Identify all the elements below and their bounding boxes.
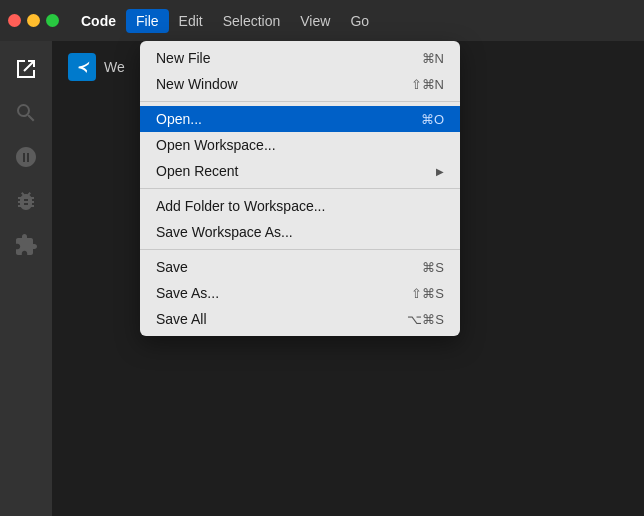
menu-item-new-file[interactable]: New File ⌘N xyxy=(140,45,460,71)
menu-item-open-recent[interactable]: Open Recent ▶ xyxy=(140,158,460,184)
minimize-button[interactable] xyxy=(27,14,40,27)
menu-item-view[interactable]: View xyxy=(290,9,340,33)
menu-item-code[interactable]: Code xyxy=(71,9,126,33)
menu-item-new-window[interactable]: New Window ⇧⌘N xyxy=(140,71,460,97)
sidebar-icon-explorer[interactable] xyxy=(6,49,46,89)
maximize-button[interactable] xyxy=(46,14,59,27)
menu-item-go[interactable]: Go xyxy=(340,9,379,33)
menu-item-save[interactable]: Save ⌘S xyxy=(140,254,460,280)
sidebar-icon-debug[interactable] xyxy=(6,181,46,221)
file-menu-dropdown: New File ⌘N New Window ⇧⌘N Open... ⌘O Op… xyxy=(140,41,460,336)
sidebar-icon-git[interactable] xyxy=(6,137,46,177)
menu-item-selection[interactable]: Selection xyxy=(213,9,291,33)
menu-section-open: Open... ⌘O Open Workspace... Open Recent… xyxy=(140,101,460,188)
sidebar-icon-extensions[interactable] xyxy=(6,225,46,265)
menu-item-save-all[interactable]: Save All ⌥⌘S xyxy=(140,306,460,332)
menu-section-save: Save ⌘S Save As... ⇧⌘S Save All ⌥⌘S xyxy=(140,249,460,336)
close-button[interactable] xyxy=(8,14,21,27)
menu-item-file[interactable]: File xyxy=(126,9,169,33)
menu-item-open[interactable]: Open... ⌘O xyxy=(140,106,460,132)
vscode-logo: ≺ xyxy=(68,53,96,81)
sidebar xyxy=(0,41,52,516)
sidebar-icon-search[interactable] xyxy=(6,93,46,133)
menu-item-add-folder[interactable]: Add Folder to Workspace... xyxy=(140,193,460,219)
menu-item-save-as[interactable]: Save As... ⇧⌘S xyxy=(140,280,460,306)
traffic-lights xyxy=(8,14,59,27)
menu-section-new: New File ⌘N New Window ⇧⌘N xyxy=(140,41,460,101)
menu-item-open-workspace[interactable]: Open Workspace... xyxy=(140,132,460,158)
submenu-arrow-icon: ▶ xyxy=(436,166,444,177)
menu-section-workspace: Add Folder to Workspace... Save Workspac… xyxy=(140,188,460,249)
explorer-title: We xyxy=(104,59,125,75)
menu-item-edit[interactable]: Edit xyxy=(169,9,213,33)
menu-bar: Code File Edit Selection View Go xyxy=(0,0,644,41)
menu-item-save-workspace-as[interactable]: Save Workspace As... xyxy=(140,219,460,245)
